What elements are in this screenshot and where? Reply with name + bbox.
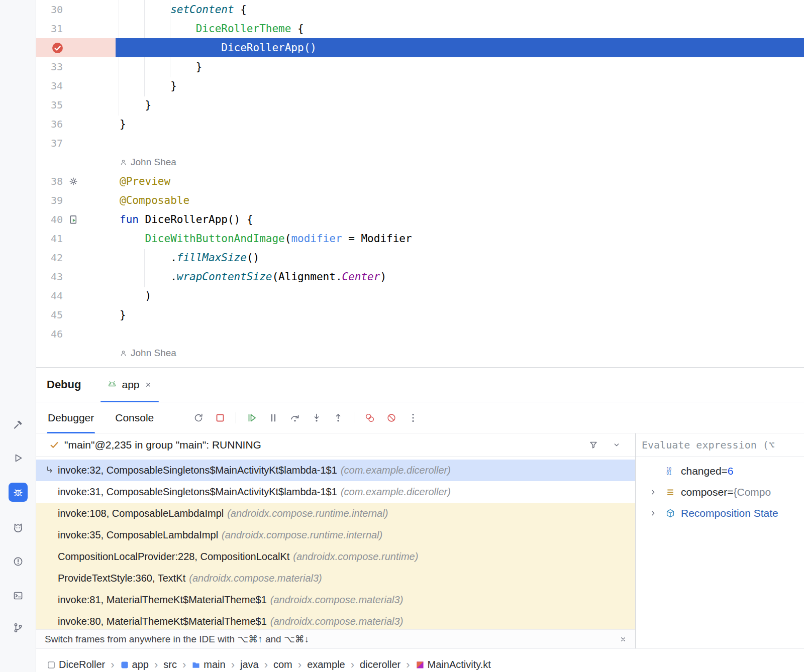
stack-frame-row[interactable]: invoke:31, ComposableSingletons$MainActi… <box>36 481 635 503</box>
code-text[interactable]: } <box>116 76 804 95</box>
code-text[interactable]: DiceRollerApp() <box>116 38 804 57</box>
editor-gutter[interactable]: 31 <box>36 19 116 38</box>
code-text[interactable]: .fillMaxSize() <box>116 248 804 267</box>
editor-gutter[interactable]: 34 <box>36 76 116 95</box>
breadcrumb-label: MainActivity.kt <box>428 659 491 670</box>
variable-row[interactable]: 1001changed = 6 <box>636 461 804 482</box>
editor-gutter[interactable]: 43 <box>36 267 116 286</box>
step-out-icon <box>333 412 344 423</box>
code-text[interactable]: } <box>116 115 804 134</box>
editor-gutter[interactable]: 38 <box>36 172 116 191</box>
editor-gutter[interactable]: 42 <box>36 248 116 267</box>
tab-debugger[interactable]: Debugger <box>47 402 95 433</box>
breadcrumb-item-java[interactable]: java <box>240 659 259 670</box>
stack-frame-row[interactable]: invoke:108, ComposableLambdaImpl(android… <box>36 503 635 524</box>
breadcrumb-item-diceroller[interactable]: diceroller <box>360 659 400 670</box>
breadcrumb-item-main[interactable]: main <box>191 659 225 670</box>
breadcrumb-item-app[interactable]: app <box>120 659 149 670</box>
editor-gutter[interactable]: 44 <box>36 286 116 305</box>
step-out-button[interactable] <box>331 410 346 425</box>
code-text[interactable]: DiceWithButtonAndImage(modifier = Modifi… <box>116 229 804 248</box>
chevron-right-icon[interactable] <box>649 509 659 518</box>
stripe-version-control-button[interactable] <box>9 618 28 637</box>
view-breakpoints-button[interactable] <box>362 410 377 425</box>
breadcrumb-item-src[interactable]: src <box>163 659 177 670</box>
stripe-terminal-button[interactable] <box>9 586 28 605</box>
code-text[interactable] <box>116 324 804 344</box>
editor-gutter[interactable]: 39 <box>36 191 116 210</box>
variable-row[interactable]: Recomposition State <box>636 503 804 524</box>
pause-button[interactable] <box>266 410 281 425</box>
code-text[interactable]: @Composable <box>116 191 804 210</box>
stripe-logcat-button[interactable] <box>9 518 28 537</box>
editor-gutter[interactable]: 41 <box>36 229 116 248</box>
stripe-build-button[interactable] <box>9 415 28 434</box>
breadcrumb-separator: › <box>111 659 114 670</box>
breakpoint-icon[interactable] <box>52 42 63 54</box>
code-line: 40fun DiceRollerApp() { <box>36 210 804 229</box>
code-text[interactable]: setContent { <box>116 0 804 19</box>
debug-icon <box>13 487 24 498</box>
code-text[interactable] <box>116 134 804 153</box>
editor-gutter[interactable]: 30 <box>36 0 116 19</box>
chevron-right-icon[interactable] <box>649 488 659 497</box>
frame-location: ProvideTextStyle:360, TextKt <box>58 573 185 584</box>
editor-gutter[interactable]: 36 <box>36 115 116 134</box>
stop-button[interactable] <box>213 410 228 425</box>
editor-gutter[interactable]: 47 <box>36 363 116 367</box>
editor-gutter[interactable]: 35 <box>36 95 116 115</box>
editor-gutter[interactable]: 40 <box>36 210 116 229</box>
breadcrumb-item-mainactivity-kt[interactable]: MainActivity.kt <box>416 659 491 670</box>
stack-frame-row[interactable]: invoke:81, MaterialThemeKt$MaterialTheme… <box>36 589 635 611</box>
editor-gutter[interactable]: 46 <box>36 324 116 344</box>
stack-frame-row[interactable]: invoke:32, ComposableSingletons$MainActi… <box>36 460 635 481</box>
more-button[interactable] <box>406 410 421 425</box>
stripe-problems-button[interactable] <box>9 552 28 571</box>
code-text[interactable]: ) <box>116 286 804 305</box>
hint-close-icon[interactable] <box>619 635 627 643</box>
rerun-button[interactable] <box>191 410 206 425</box>
vcs-icon <box>13 622 24 633</box>
stack-frame-row[interactable]: invoke:35, ComposableLambdaImpl(androidx… <box>36 524 635 546</box>
mute-breakpoints-button[interactable] <box>384 410 399 425</box>
chevron-down-icon[interactable] <box>609 437 624 453</box>
code-text[interactable]: .wrapContentSize(Alignment.Center) <box>116 267 804 286</box>
step-over-button[interactable] <box>287 410 303 425</box>
stripe-debug-button[interactable] <box>9 483 28 502</box>
code-text[interactable]: @Preview <box>116 363 804 367</box>
code-text[interactable]: } <box>116 305 804 324</box>
tab-app[interactable]: app <box>99 368 159 402</box>
code-text[interactable]: } <box>116 57 804 76</box>
close-tab-icon[interactable] <box>144 381 152 389</box>
code-text[interactable]: } <box>116 95 804 115</box>
code-text[interactable]: DiceRollerTheme { <box>116 19 804 38</box>
breadcrumb-item-com[interactable]: com <box>273 659 292 670</box>
stack-frame-row[interactable]: ProvideTextStyle:360, TextKt(androidx.co… <box>36 568 635 589</box>
code-text[interactable]: fun DiceRollerApp() { <box>116 210 804 229</box>
filter-icon[interactable] <box>586 437 601 453</box>
code-text[interactable]: @Preview <box>116 172 804 191</box>
breadcrumb-item-diceroller[interactable]: DiceRoller <box>47 659 105 670</box>
editor-gutter[interactable] <box>36 38 116 57</box>
breadcrumb-item-example[interactable]: example <box>307 659 345 670</box>
stack-frame-row[interactable]: CompositionLocalProvider:228, Compositio… <box>36 546 635 568</box>
editor-gutter[interactable]: 37 <box>36 134 116 153</box>
gear-icon[interactable] <box>68 176 78 186</box>
terminal-icon <box>13 590 24 601</box>
resume-button[interactable] <box>244 410 259 425</box>
stop-icon <box>215 412 226 423</box>
editor-gutter[interactable]: 45 <box>36 305 116 324</box>
preview-run-icon[interactable] <box>68 214 79 225</box>
step-into-button[interactable] <box>309 410 324 425</box>
evaluate-expression-field[interactable]: Evaluate expression (⌥ <box>636 433 804 457</box>
variable-row[interactable]: composer = {Compo <box>636 482 804 503</box>
tab-console[interactable]: Console <box>114 402 155 433</box>
code-vision-author[interactable]: John Shea <box>36 153 804 172</box>
line-number: 33 <box>36 61 63 73</box>
frame-location: invoke:32, ComposableSingletons$MainActi… <box>58 465 337 476</box>
code-vision-author[interactable]: John Shea <box>36 344 804 363</box>
stack-frame-row[interactable]: invoke:80, MaterialThemeKt$MaterialTheme… <box>36 611 635 629</box>
code-editor[interactable]: 30 setContent {31 DiceRollerTheme { Dice… <box>36 0 804 367</box>
stripe-run-button[interactable] <box>9 449 28 468</box>
editor-gutter[interactable]: 33 <box>36 57 116 76</box>
